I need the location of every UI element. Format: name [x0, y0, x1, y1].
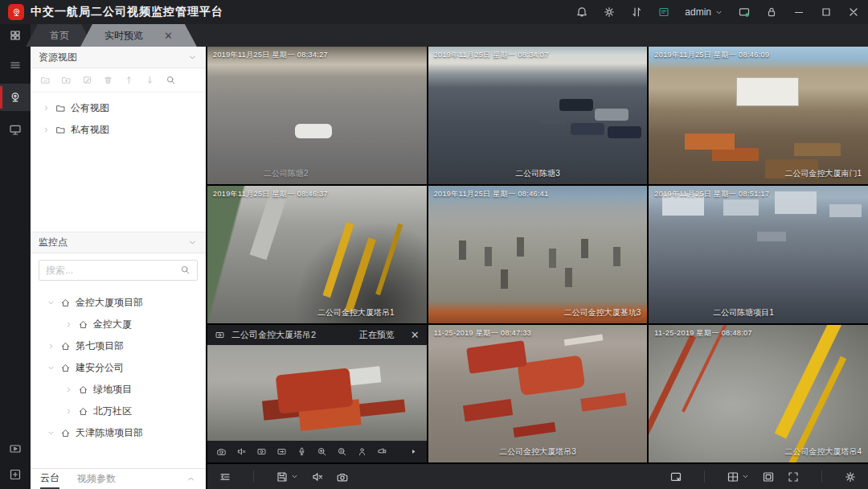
video-cell-7-selected[interactable]: 二公司金控大厦塔吊2 正在预览 ✕	[207, 325, 427, 462]
lock-icon[interactable]	[765, 6, 778, 18]
chevron-up-icon[interactable]	[186, 474, 196, 484]
osd-camera-name: 二公司金控大厦基坑3	[564, 307, 641, 318]
tree-item-label: 绿地项目	[93, 383, 132, 397]
film-icon[interactable]	[9, 442, 22, 455]
divider	[253, 471, 254, 483]
video-cell-1[interactable]: 2019年11月25日 星期一 08:34:27 二公司陈塘2	[207, 47, 427, 184]
tree-item-site[interactable]: 天津陈塘项目部	[31, 422, 206, 444]
nav-cctv-camera-icon[interactable]	[0, 84, 31, 111]
tab-live-label: 实时预览	[104, 29, 143, 43]
video-frame	[323, 222, 354, 298]
video-cell-4[interactable]: 2019年11月25日 星期一 08:46:37 二公司金控大厦塔吊1	[207, 186, 427, 323]
bell-icon[interactable]	[575, 6, 588, 18]
record-icon[interactable]	[256, 446, 267, 457]
osd-camera-name: 二公司陈塘3	[515, 168, 560, 179]
osd-camera-name: 二公司陈塘项目1	[713, 307, 774, 318]
video-cell-5[interactable]: 2019年11月25日 星期一 08:46:41 二公司金控大厦基坑3	[428, 186, 648, 323]
video-cell-8[interactable]: 11-25-2019 星期一 08:47:33 二公司金控大厦塔吊3	[428, 325, 648, 462]
tree-item-site[interactable]: 金控大厦	[31, 314, 206, 335]
osd-camera-name: 二公司陈塘2	[264, 168, 309, 179]
video-cell-3[interactable]: 2019年11月25日 星期一 08:46:09 二公司金控大厦南门1	[649, 47, 868, 184]
nav-display-icon[interactable]	[0, 116, 31, 143]
tab-ptz-label: 云台	[40, 471, 59, 485]
camera-icon	[215, 330, 225, 340]
talk-mic-icon[interactable]	[297, 446, 307, 457]
settings-icon[interactable]	[844, 471, 857, 483]
tab-video-params-label: 视频参数	[77, 472, 116, 486]
ptz-control-icon[interactable]	[377, 446, 387, 457]
search-icon[interactable]	[166, 75, 176, 85]
video-grid: 2019年11月25日 星期一 08:34:27 二公司陈塘2 2019年11月…	[207, 47, 868, 462]
video-cell-9[interactable]: 11-25-2019 星期一 08:48:07 二公司金控大厦塔吊4	[649, 325, 868, 462]
single-screen-icon[interactable]	[762, 471, 775, 483]
folder-add-icon[interactable]	[61, 75, 72, 85]
fullscreen-icon[interactable]	[787, 471, 800, 483]
maximize-button[interactable]	[820, 6, 833, 18]
screen-share-icon[interactable]	[657, 6, 670, 18]
tab-video-params[interactable]: 视频参数	[77, 469, 116, 489]
search-input[interactable]	[46, 265, 175, 276]
snapshot-all-icon[interactable]	[336, 471, 349, 483]
gear-icon[interactable]	[603, 6, 616, 18]
video-frame	[466, 340, 527, 374]
tree-item-private-views[interactable]: 私有视图	[31, 119, 206, 141]
cell-toolbar	[207, 441, 427, 462]
video-frame	[276, 368, 354, 413]
tree-item-label: 天津陈塘项目部	[76, 426, 143, 440]
cell-header: 二公司金控大厦塔吊2 正在预览 ✕	[207, 325, 427, 345]
close-button[interactable]	[847, 6, 860, 18]
chevron-down-icon	[47, 364, 55, 372]
user-menu[interactable]: admin	[685, 6, 723, 18]
resource-view-header[interactable]: 资源视图	[31, 47, 206, 68]
divider	[821, 471, 822, 483]
tree-item-site[interactable]: 北万社区	[31, 401, 206, 422]
close-stream-icon[interactable]: ✕	[411, 329, 420, 341]
goto-preset-icon[interactable]	[357, 446, 367, 457]
tree-item-site[interactable]: 第七项目部	[31, 335, 206, 357]
tree-item-site[interactable]: 金控大厦项目部	[31, 292, 206, 314]
tab-close-icon[interactable]: ✕	[164, 30, 173, 42]
sort-arrows-icon[interactable]	[630, 6, 643, 18]
osd-timestamp: 2019年11月25日 星期一 08:34:07	[434, 50, 549, 60]
arrow-up-icon[interactable]	[124, 75, 134, 85]
trash-icon[interactable]	[103, 75, 113, 85]
chevron-right-icon	[64, 385, 73, 394]
tab-ptz[interactable]: 云台	[40, 469, 59, 489]
search-box	[39, 260, 198, 281]
apps-grid-icon[interactable]	[0, 24, 31, 47]
chevron-right-icon	[47, 342, 55, 351]
tree-item-site[interactable]: 绿地项目	[31, 379, 206, 401]
more-icon[interactable]	[409, 447, 418, 456]
video-cell-6[interactable]: 2019年11月25日 星期一 08:51:17 二公司陈塘项目1	[649, 186, 868, 323]
instant-replay-icon[interactable]	[276, 446, 287, 457]
tree-item-site[interactable]: 建安分公司	[31, 357, 206, 379]
arrow-down-icon[interactable]	[145, 75, 155, 85]
zoom-in-icon[interactable]	[317, 446, 327, 457]
home-icon	[60, 298, 71, 308]
osd-timestamp: 2019年11月25日 星期一 08:46:37	[213, 189, 328, 199]
monitor-points-header[interactable]: 监控点	[31, 232, 206, 253]
titlebar-tools: admin	[575, 6, 860, 18]
search-icon[interactable]	[180, 265, 190, 275]
minimize-button[interactable]	[792, 6, 805, 18]
edit-icon[interactable]	[82, 75, 92, 85]
mute-icon[interactable]	[236, 446, 247, 457]
add-screen-icon[interactable]	[9, 468, 22, 481]
close-all-icon[interactable]	[669, 471, 682, 483]
save-view-icon[interactable]	[276, 471, 299, 483]
nav-menu-icon[interactable]	[0, 51, 31, 79]
cast-online-icon[interactable]	[738, 6, 751, 18]
tree-item-public-views[interactable]: 公有视图	[31, 97, 206, 119]
layout-grid-icon[interactable]	[727, 471, 750, 483]
folder-settings-icon[interactable]	[40, 75, 51, 85]
chevron-down-icon	[47, 298, 55, 307]
collapse-panel-icon[interactable]	[219, 471, 231, 483]
tree-item-label: 私有视图	[71, 123, 109, 137]
ptz-panel-tabs: 云台 视频参数	[31, 468, 206, 489]
zoom-3d-icon[interactable]	[337, 446, 347, 457]
home-icon	[60, 341, 71, 351]
video-cell-2[interactable]: 2019年11月25日 星期一 08:34:07 二公司陈塘3	[428, 47, 648, 184]
mute-all-icon[interactable]	[311, 471, 324, 483]
tab-live-preview[interactable]: 实时预览 ✕	[80, 24, 197, 47]
snapshot-icon[interactable]	[216, 446, 227, 457]
